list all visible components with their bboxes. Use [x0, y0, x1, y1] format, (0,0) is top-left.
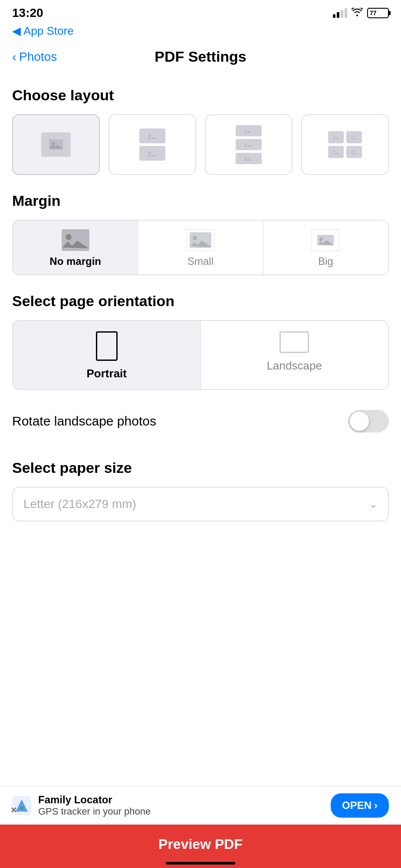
svg-point-4	[245, 129, 247, 132]
svg-point-3	[148, 152, 151, 154]
svg-point-2	[148, 134, 151, 137]
orientation-group: Portrait Landscape	[12, 320, 389, 390]
paper-size-dropdown[interactable]: Letter (216x279 mm) ⌄	[12, 487, 389, 521]
toggle-knob	[350, 412, 369, 431]
battery-icon: 77	[367, 8, 389, 18]
svg-point-13	[319, 238, 323, 241]
wifi-icon	[352, 8, 363, 19]
svg-point-1	[52, 142, 55, 145]
orientation-label-portrait: Portrait	[87, 367, 127, 380]
ad-title: Family Locator	[38, 794, 324, 806]
layout-preview-2x2-2	[346, 131, 362, 143]
landscape-icon	[279, 331, 309, 353]
margin-label-big: Big	[318, 255, 333, 267]
portrait-icon	[96, 331, 118, 361]
status-time: 13:20	[12, 6, 43, 20]
margin-label-none: No margin	[49, 255, 101, 267]
app-store-label[interactable]: App Store	[23, 24, 74, 38]
ad-open-button[interactable]: OPEN ›	[331, 793, 389, 818]
layout-option-single[interactable]	[12, 114, 100, 175]
layout-preview-1x3-1	[236, 125, 262, 136]
status-icons: 77	[333, 8, 389, 19]
layout-thumb-2x2	[308, 121, 382, 168]
back-chevron-icon: ◀	[12, 24, 21, 38]
layout-preview-2x2-4	[346, 146, 362, 158]
ad-close-button[interactable]: ✕	[10, 805, 17, 815]
margin-option-big[interactable]: Big	[263, 221, 388, 274]
ad-open-label: OPEN	[342, 799, 371, 812]
layout-preview-2x2-1	[328, 131, 344, 143]
layout-preview-1x3-3	[236, 153, 262, 164]
layout-preview-2x2-3	[328, 146, 344, 158]
app-store-bar[interactable]: ◀ App Store	[0, 23, 401, 42]
layout-preview-1x3-2	[236, 139, 262, 150]
ad-logo: ✕	[12, 796, 31, 815]
layout-grid	[12, 114, 389, 175]
svg-point-15	[20, 806, 23, 810]
svg-point-8	[352, 135, 353, 137]
layout-option-1x2[interactable]	[108, 114, 196, 175]
signal-icon	[333, 8, 347, 18]
layout-thumb-1x2	[115, 121, 189, 168]
margin-thumb-big	[312, 229, 339, 251]
status-bar: 13:20 77	[0, 0, 401, 23]
page-title: PDF Settings	[154, 48, 247, 65]
svg-point-12	[193, 236, 197, 240]
layout-preview-1x2-bottom	[139, 146, 165, 161]
ad-text: Family Locator GPS tracker in your phone	[38, 794, 324, 817]
orientation-option-landscape[interactable]: Landscape	[201, 321, 388, 389]
ad-open-arrow-icon: ›	[374, 799, 378, 812]
svg-point-9	[333, 150, 335, 152]
ad-banner: ✕ Family Locator GPS tracker in your pho…	[0, 786, 401, 825]
layout-option-2x2[interactable]	[301, 114, 389, 175]
rotate-landscape-toggle[interactable]	[348, 410, 389, 432]
home-indicator	[166, 862, 235, 865]
preview-pdf-label: Preview PDF	[158, 836, 243, 852]
nav-bar: ‹ Photos PDF Settings	[0, 42, 401, 73]
paper-size-title: Select paper size	[12, 459, 389, 476]
rotate-landscape-label: Rotate landscape photos	[12, 414, 156, 429]
margin-label-small: Small	[187, 255, 214, 267]
margin-thumb-none	[62, 229, 89, 251]
choose-layout-title: Choose layout	[12, 87, 389, 104]
preview-pdf-button[interactable]: Preview PDF	[0, 823, 401, 868]
svg-point-10	[352, 150, 353, 152]
ad-subtitle: GPS tracker in your phone	[38, 806, 324, 817]
orientation-option-portrait[interactable]: Portrait	[13, 321, 201, 389]
layout-preview-1x2-top	[139, 129, 165, 143]
nav-back-label[interactable]: Photos	[19, 50, 57, 64]
chevron-down-icon: ⌄	[369, 498, 378, 510]
svg-point-6	[245, 157, 247, 159]
margin-thumb-small	[187, 229, 214, 251]
content-area: Choose layout	[0, 87, 401, 521]
layout-preview-single	[41, 132, 71, 157]
margin-option-none[interactable]: No margin	[13, 221, 138, 274]
paper-size-value: Letter (216x279 mm)	[23, 497, 136, 511]
nav-back-chevron-icon: ‹	[12, 50, 16, 64]
svg-point-5	[245, 143, 247, 145]
layout-thumb-1x3	[212, 121, 286, 168]
rotate-landscape-row: Rotate landscape photos	[12, 407, 389, 446]
margin-title: Margin	[12, 192, 389, 209]
margin-option-small[interactable]: Small	[138, 221, 263, 274]
layout-thumb-single	[19, 121, 93, 168]
orientation-label-landscape: Landscape	[267, 359, 322, 373]
nav-back-button[interactable]: ‹ Photos	[12, 50, 57, 64]
svg-point-7	[333, 135, 335, 137]
margin-group: No margin Small	[12, 220, 389, 275]
layout-option-1x3[interactable]	[205, 114, 293, 175]
orientation-title: Select page orientation	[12, 293, 389, 310]
svg-point-11	[66, 234, 72, 240]
